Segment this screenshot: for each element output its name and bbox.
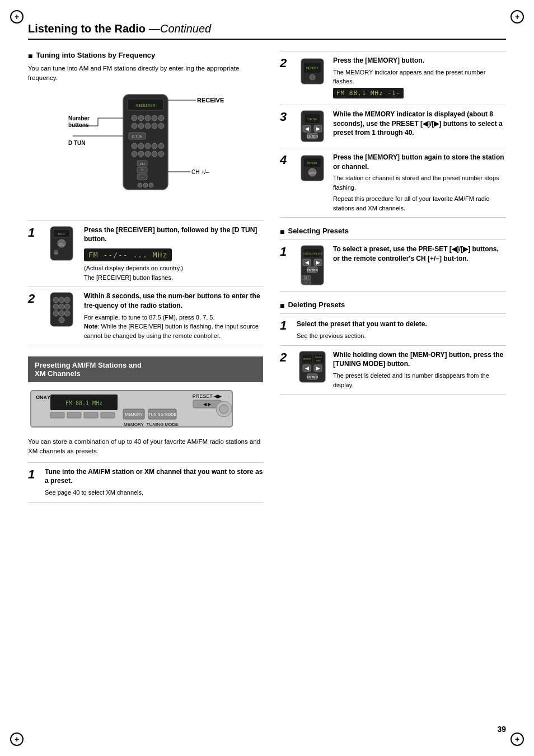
svg-text:◀: ◀ <box>305 260 308 265</box>
corner-tr <box>510 10 524 24</box>
svg-point-20 <box>132 151 137 157</box>
step-1-desc1: (Actual display depends on country.) <box>84 264 263 273</box>
page-title-bold: Listening to the Radio <box>28 22 146 35</box>
svg-point-54 <box>59 297 64 303</box>
delete-step-1: 1 Select the preset that you want to del… <box>280 314 506 345</box>
svg-point-56 <box>53 304 59 309</box>
svg-point-11 <box>152 123 157 129</box>
main-layout: ■ Tuning into Stations by Frequency You … <box>28 51 506 503</box>
svg-point-6 <box>152 115 157 121</box>
corner-tl <box>10 10 24 24</box>
right-step-3-content: While the MEMORY indicator is displayed … <box>333 110 506 140</box>
step-2-content: Within 8 seconds, use the num-ber button… <box>84 292 263 340</box>
receiver-diagram-container: RECEIVER <box>28 89 263 212</box>
deleting-presets-title: Deleting Presets <box>288 300 345 309</box>
svg-point-61 <box>64 311 70 316</box>
svg-point-4 <box>138 115 144 121</box>
right-steps-top: 2 MEMORY Press the [MEMORY] button. The … <box>280 51 506 218</box>
svg-point-57 <box>59 304 64 309</box>
selecting-bullet: ■ <box>280 227 284 236</box>
receiver-svg: RECEIVER <box>67 89 224 212</box>
svg-rect-76 <box>50 412 64 418</box>
step-2-note-text: : While the [RECEIVER] button is flashin… <box>84 323 259 339</box>
svg-rect-77 <box>67 412 81 418</box>
svg-text:–: – <box>141 174 144 179</box>
deleting-steps: 1 Select the preset that you want to del… <box>280 313 506 395</box>
svg-point-18 <box>152 143 157 149</box>
step-2-img <box>45 292 78 328</box>
presetting-step-1-content: Tune into the AM/FM station or XM channe… <box>45 467 263 497</box>
svg-point-75 <box>219 405 228 414</box>
svg-text:TUNING MODE: TUNING MODE <box>148 412 176 416</box>
right-step-4-number: 4 <box>280 153 291 167</box>
step-1-display: FM ‐‐/‐‐ ... MHz <box>84 248 172 261</box>
right-step-3-title: While the MEMORY indicator is displayed … <box>333 110 506 138</box>
svg-text:MEM: MEM <box>309 171 316 175</box>
right-step-2: 2 MEMORY Press the [MEMORY] button. The … <box>280 51 506 105</box>
svg-point-15 <box>132 143 137 149</box>
right-step-2-img: MEMORY <box>297 56 327 87</box>
page-title-italic: —Continued <box>149 22 211 35</box>
right-step-3: 3 TUNING ◀ ▶ ENTER <box>280 105 506 148</box>
tuning-section-header: ■ Tuning into Stations by Frequency <box>28 51 263 60</box>
right-step-4-desc1: The station or channel is stored and the… <box>333 173 506 192</box>
step-1-desc2: The [RECEIVER] button flashes. <box>84 273 263 283</box>
step-1-title: Press the [RECEIVER] button, followed by… <box>84 226 263 245</box>
svg-text:RECEIVER: RECEIVER <box>136 104 156 108</box>
step-2-number: 2 <box>28 292 39 306</box>
svg-text:PRESET ◀▶: PRESET ◀▶ <box>193 393 222 399</box>
svg-text:+: + <box>141 168 143 172</box>
right-step-2-content: Press the [MEMORY] button. The MEMORY in… <box>333 56 506 100</box>
delete-btn-svg: MEMORY TUNING MODE ◀ ▶ ENTER <box>298 350 326 384</box>
svg-text:▶: ▶ <box>316 260 320 265</box>
svg-point-3 <box>132 115 137 121</box>
svg-text:MEMORY: MEMORY <box>303 358 311 360</box>
numpad-svg <box>48 292 76 328</box>
svg-text:RECEIVER: RECEIVER <box>197 97 224 104</box>
front-panel-svg: ONKYO FM 88.1 MHz MEMORY TUNING MODE PRE… <box>28 388 241 433</box>
svg-text:CH +/–: CH +/– <box>191 169 209 175</box>
right-column: 2 MEMORY Press the [MEMORY] button. The … <box>280 51 506 503</box>
right-step-4-title: Press the [MEMORY] button again to store… <box>333 153 506 172</box>
right-step-3-img: TUNING ◀ ▶ ENTER <box>297 110 327 143</box>
svg-point-58 <box>64 304 70 309</box>
svg-point-21 <box>138 151 144 157</box>
svg-text:TUNING MODE: TUNING MODE <box>147 422 179 427</box>
right-step-2-title: Press the [MEMORY] button. <box>333 56 506 65</box>
step-1-number: 1 <box>28 226 39 240</box>
tuning-steps: 1 RECV RCV DTN Press the [R <box>28 220 263 346</box>
svg-text:RCV: RCV <box>59 242 65 246</box>
svg-point-17 <box>145 143 151 149</box>
receiver-diagram: RECEIVER <box>67 89 224 212</box>
selecting-step-1-number: 1 <box>280 245 291 259</box>
svg-point-32 <box>143 183 148 187</box>
right-step-2-number: 2 <box>280 56 291 71</box>
svg-point-31 <box>138 183 142 187</box>
delete-step-1-title: Select the preset that you want to delet… <box>297 320 506 329</box>
svg-point-10 <box>145 123 151 129</box>
right-step-3-number: 3 <box>280 110 291 124</box>
svg-text:D TUN: D TUN <box>68 140 86 146</box>
tuning-section-desc: You can tune into AM and FM stations dir… <box>28 64 263 83</box>
tuning-step-2: 2 <box>28 287 263 345</box>
step-1-img: RECV RCV DTN <box>45 226 78 262</box>
svg-point-19 <box>158 143 164 149</box>
svg-text:CH: CH <box>303 276 308 279</box>
step-2-title: Within 8 seconds, use the num-ber button… <box>84 292 263 311</box>
svg-text:–: – <box>305 280 307 285</box>
svg-text:◀  ▶: ◀ ▶ <box>203 402 212 407</box>
presetting-step-1-title: Tune into the AM/FM station or XM channe… <box>45 467 263 486</box>
svg-text:MEMORY: MEMORY <box>306 66 318 70</box>
svg-point-24 <box>158 151 164 157</box>
svg-point-22 <box>145 151 151 157</box>
selecting-presets-section: ■ Selecting Presets 1 TUNING/PRESET <box>280 227 506 292</box>
memory-btn2-svg: MEMORY MEM <box>298 153 326 184</box>
selecting-step-1-content: To select a preset, use the PRE-SET [◀]/… <box>333 245 506 266</box>
receiver-btn-svg: RECV RCV DTN <box>48 226 76 262</box>
delete-step-2-content: While holding down the [MEM-ORY] button,… <box>333 350 506 390</box>
selecting-step-1-img: TUNING/PRESET ◀ ▶ ENTER + <box>297 245 327 287</box>
delete-step-2-desc: The preset is deleted and its number dis… <box>333 371 506 389</box>
svg-text:ENTER: ENTER <box>306 269 318 272</box>
tuning-section-title: Tuning into Stations by Frequency <box>36 51 155 59</box>
svg-text:Number: Number <box>68 115 90 121</box>
